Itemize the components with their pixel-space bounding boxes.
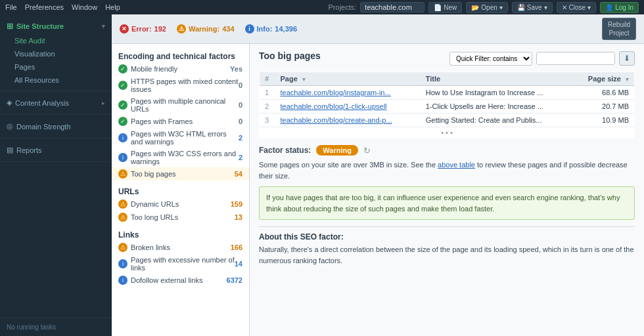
- content-arrow: ▸: [102, 100, 105, 106]
- https-count: 0: [239, 81, 242, 89]
- ok-icon: ✓: [118, 64, 127, 74]
- table-row: 3 teachable.com/blog/create-and-p... Get…: [260, 114, 635, 127]
- factor-status-label: Factor status:: [259, 146, 311, 155]
- col-title[interactable]: Title: [421, 72, 573, 86]
- factor-description: Some pages on your site are over 3MB in …: [259, 159, 635, 181]
- above-table-link[interactable]: above table: [438, 161, 475, 169]
- factor-dynamic-urls[interactable]: ⚠ Dynamic URLs 159: [112, 198, 249, 211]
- dots-row: • • •: [260, 127, 635, 138]
- factor-https-mixed[interactable]: ✓ HTTPS pages with mixed content issues …: [112, 75, 249, 95]
- error-icon: ✕: [120, 24, 129, 33]
- content-columns: Encoding and technical factors ✓ Mobile …: [112, 44, 644, 336]
- table-row: 1 teachable.com/blog/instagram-in... How…: [260, 86, 635, 100]
- factor-too-big[interactable]: ⚠ Too big pages 54: [112, 167, 249, 180]
- open-button[interactable]: 📂 Open ▾: [466, 2, 507, 13]
- sidebar-section-domain: ◎ Domain Strength: [0, 115, 112, 138]
- frames-count: 0: [239, 117, 242, 125]
- sidebar-section-structure: ⊞ Site Structure ▾ Site Audit Visualizat…: [0, 14, 112, 91]
- open-icon: 📂: [471, 4, 479, 11]
- mobile-friendly-count: Yes: [230, 65, 242, 73]
- warn-icon: ⚠: [118, 243, 127, 252]
- factor-canonical[interactable]: ✓ Pages with multiple canonical URLs 0: [112, 95, 249, 115]
- menu-preferences[interactable]: Preferences: [25, 3, 64, 11]
- links-section: Links ⚠ Broken links 166 i Pages with ex…: [112, 228, 249, 287]
- left-panel: Encoding and technical factors ✓ Mobile …: [112, 44, 250, 336]
- download-button[interactable]: ⬇: [619, 51, 635, 66]
- about-text: Naturally, there's a direct correlation …: [259, 244, 635, 266]
- refresh-icon[interactable]: ↻: [363, 146, 371, 156]
- factor-css-errors[interactable]: i Pages with W3C CSS errors and warnings…: [112, 148, 249, 167]
- content-topbar: ✕ Error: 192 ⚠ Warning: 434 i Info: 14,3…: [112, 14, 644, 44]
- factor-mobile-friendly[interactable]: ✓ Mobile friendly Yes: [112, 62, 249, 75]
- sidebar-header-content[interactable]: ◈ Content Analysis ▸: [0, 95, 112, 110]
- col-page[interactable]: Page ▾: [275, 72, 421, 86]
- ok-icon: ✓: [118, 81, 127, 90]
- project-select[interactable]: teachable.com: [360, 2, 425, 12]
- broken-links-count: 166: [231, 243, 242, 251]
- factor-broken-links[interactable]: ⚠ Broken links 166: [112, 241, 249, 254]
- menu-bar: File Preferences Window Help: [5, 3, 120, 11]
- sidebar-item-visualization[interactable]: Visualization: [0, 47, 112, 60]
- sidebar-item-all-resources[interactable]: All Resources: [0, 74, 112, 87]
- menu-window[interactable]: Window: [72, 3, 97, 11]
- collapse-arrow: ▾: [102, 23, 105, 30]
- dofollow-count: 6372: [227, 276, 242, 284]
- filter-input[interactable]: [536, 52, 615, 65]
- html-errors-count: 2: [239, 134, 242, 142]
- right-panel: Too big pages Quick Filter: contains ⬇ #…: [250, 44, 644, 336]
- title-bar-right: Projects: teachable.com 📄 New 📂 Open ▾ 💾…: [329, 2, 639, 13]
- filter-bar: Quick Filter: contains ⬇: [449, 51, 635, 66]
- sidebar-item-site-audit[interactable]: Site Audit: [0, 34, 112, 47]
- close-button[interactable]: ✕ Close ▾: [557, 2, 597, 13]
- warn-icon: ⚠: [118, 213, 127, 222]
- links-section-title: Links: [112, 228, 249, 241]
- page-link[interactable]: teachable.com/blog/instagram-in...: [281, 89, 391, 96]
- ok-icon: ✓: [118, 117, 127, 126]
- login-button[interactable]: 👤 Log In: [600, 2, 639, 13]
- info-icon: i: [118, 276, 127, 285]
- sidebar: ⊞ Site Structure ▾ Site Audit Visualizat…: [0, 14, 112, 336]
- sidebar-item-pages[interactable]: Pages: [0, 60, 112, 74]
- factor-frames[interactable]: ✓ Pages with Frames 0: [112, 115, 249, 128]
- filter-type-select[interactable]: Quick Filter: contains: [449, 52, 532, 66]
- col-size[interactable]: Page size ▾: [573, 72, 635, 86]
- sidebar-section-reports: ▤ Reports: [0, 138, 112, 162]
- sidebar-header-reports[interactable]: ▤ Reports: [0, 142, 112, 158]
- factor-status-bar: Factor status: Warning ↻: [259, 145, 635, 156]
- sidebar-bottom-status: No running tasks: [0, 318, 112, 336]
- factor-html-errors[interactable]: i Pages with W3C HTML errors and warning…: [112, 128, 249, 148]
- ok-icon: ✓: [118, 100, 127, 110]
- sidebar-section-content: ◈ Content Analysis ▸: [0, 91, 112, 115]
- rebuild-button[interactable]: Rebuild Project: [602, 18, 636, 40]
- excessive-links-count: 14: [235, 260, 242, 268]
- factor-long-urls[interactable]: ⚠ Too long URLs 13: [112, 211, 249, 224]
- new-button[interactable]: 📄 New: [428, 2, 462, 13]
- page-link[interactable]: teachable.com/blog/create-and-p...: [281, 116, 392, 124]
- error-badge: ✕ Error: 192: [120, 24, 166, 33]
- col-num: #: [260, 72, 275, 86]
- page-link[interactable]: teachable.com/blog/1-click-upsell: [281, 102, 387, 110]
- warn-icon: ⚠: [118, 169, 127, 178]
- menu-help[interactable]: Help: [105, 3, 120, 11]
- reports-icon: ▤: [7, 146, 13, 154]
- tip-box: If you have pages that are too big, it c…: [259, 186, 635, 220]
- save-button[interactable]: 💾 Save ▾: [512, 2, 553, 13]
- right-panel-title: Too big pages: [259, 51, 321, 61]
- pages-table: # Page ▾ Title Page size ▾ 1 teachable.c…: [259, 72, 635, 138]
- info-icon: i: [245, 24, 254, 33]
- urls-section: URLs ⚠ Dynamic URLs 159 ⚠ Too long URLs …: [112, 184, 249, 224]
- css-errors-count: 2: [239, 154, 242, 161]
- canonical-count: 0: [239, 101, 242, 109]
- urls-section-title: URLs: [112, 184, 249, 198]
- projects-label: Projects:: [329, 3, 357, 11]
- sidebar-header-domain[interactable]: ◎ Domain Strength: [0, 119, 112, 134]
- factor-dofollow-links[interactable]: i Dofollow external links 6372: [112, 274, 249, 287]
- encoding-section-title: Encoding and technical factors: [112, 49, 249, 62]
- encoding-section: Encoding and technical factors ✓ Mobile …: [112, 49, 249, 180]
- sidebar-header-structure[interactable]: ⊞ Site Structure ▾: [0, 18, 112, 34]
- info-icon: i: [118, 153, 127, 162]
- factor-excessive-links[interactable]: i Pages with excessive number of links 1…: [112, 254, 249, 274]
- table-row: 2 teachable.com/blog/1-click-upsell 1-Cl…: [260, 100, 635, 114]
- menu-file[interactable]: File: [5, 3, 17, 11]
- new-icon: 📄: [434, 4, 442, 11]
